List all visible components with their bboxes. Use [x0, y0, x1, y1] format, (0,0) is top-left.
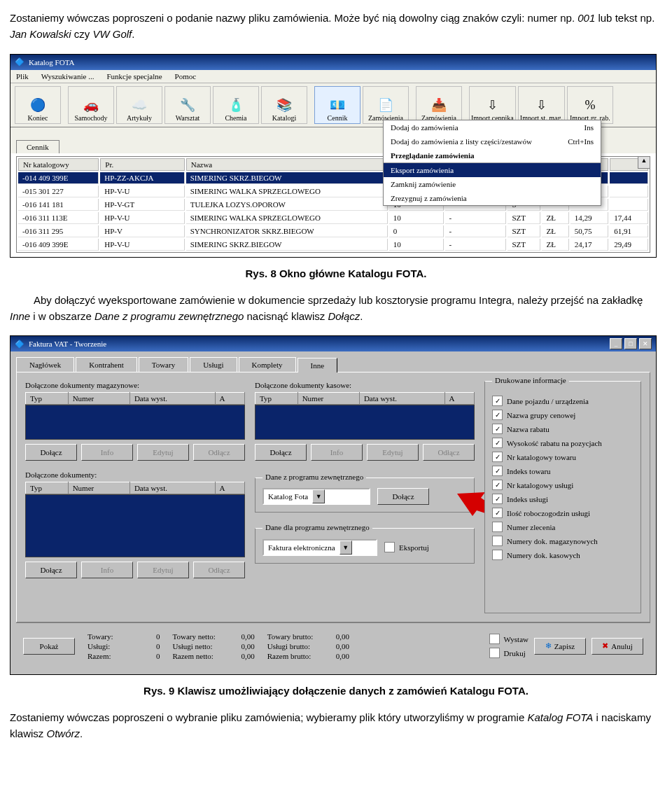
column-header[interactable]: Data wyst.	[130, 393, 215, 405]
dołącz-button[interactable]: Dołącz	[25, 444, 77, 461]
menubar[interactable]: PlikWyszukiwanie ...Funkcje specjalnePom…	[10, 70, 656, 83]
column-header[interactable]: Numer	[68, 482, 130, 494]
odłącz-button: Odłącz	[193, 562, 245, 578]
column-header[interactable]: Pr.	[100, 158, 184, 171]
odłącz-button: Odłącz	[193, 444, 245, 461]
column-header[interactable]: Numer	[68, 393, 130, 405]
toolbar-importstmag[interactable]: ⇩Import st. mag.	[518, 86, 565, 124]
dropdown-item[interactable]: Eksport zamówienia	[384, 163, 601, 177]
chevron-down-icon[interactable]: ▼	[340, 541, 352, 555]
checkbox-nr-katalogowy-us-ugi[interactable]: ✓Nr katalogowy usługi	[492, 480, 634, 490]
tab-usługi[interactable]: Usługi	[190, 357, 237, 372]
scroll-up-icon[interactable]: ▲	[638, 156, 650, 169]
checkbox-numer-zlecenia[interactable]: ✓Numer zlecenia	[492, 522, 634, 532]
column-header[interactable]: A	[444, 393, 474, 405]
maximize-icon[interactable]: □	[624, 338, 637, 349]
toolbar-warsztat[interactable]: 🔧Warsztat	[164, 86, 211, 124]
toolbar-katalogi[interactable]: 📚Katalogi	[261, 86, 307, 124]
checkbox-wysoko---rabatu-na-pozycjach[interactable]: ✓Wysokość rabatu na pozycjach	[492, 438, 634, 448]
menu-item[interactable]: Funkcje specjalne	[106, 72, 162, 81]
column-header[interactable]: Data wyst.	[130, 482, 215, 494]
toolbar-chemia[interactable]: 🧴Chemia	[213, 86, 259, 124]
checkbox-indeks-towaru[interactable]: ✓Indeks towaru	[492, 466, 634, 476]
toolbar-samochody[interactable]: 🚗Samochody	[68, 86, 114, 124]
checkbox-nazwa-grupy-cenowej[interactable]: ✓Nazwa grupy cenowej	[492, 410, 634, 420]
dropdown-item[interactable]: Zamknij zamówienie	[384, 177, 601, 191]
table-dokumenty[interactable]: TypNumerData wyst.A	[25, 482, 245, 494]
edytuj-button: Edytuj	[137, 562, 189, 578]
chevron-down-icon[interactable]: ▼	[312, 489, 325, 503]
groupbox-dane-zewnetrzne: Dane z programu zewnętrznego Katalog Fot…	[255, 478, 475, 513]
combo-program[interactable]: Katalog Fota▼	[262, 488, 370, 505]
paragraph-2: Aby dołączyć wyeksportowane zamówienie w…	[10, 292, 662, 325]
minimize-icon[interactable]: _	[610, 338, 622, 349]
dołącz-button[interactable]: Dołącz	[255, 444, 307, 461]
table-row[interactable]: -016 311 295HP-VSYNCHRONIZATOR SKRZ.BIEG…	[18, 225, 648, 237]
checkbox-indeks-us-ugi[interactable]: ✓Indeks usługi	[492, 494, 634, 504]
tab-inne[interactable]: Inne	[298, 358, 338, 372]
column-header[interactable]: Nazwa	[186, 158, 388, 171]
groupbox-dok-kasowe: Dołączone dokumenty kasowe: TypNumerData…	[255, 381, 475, 461]
toolbar-koniec[interactable]: 🔵Koniec	[15, 86, 61, 124]
toolbar-cennik[interactable]: 💶Cennik	[314, 86, 360, 124]
column-header[interactable]: Numer	[298, 393, 359, 405]
column-header[interactable]: Typ	[255, 393, 298, 405]
toolbar-importgrrab[interactable]: %Import gr. rab.	[567, 86, 613, 124]
checkbox-numery-dok--kasowych[interactable]: ✓Numery dok. kasowych	[492, 550, 634, 560]
info-button: Info	[81, 562, 133, 578]
table-dok-kasowe[interactable]: TypNumerData wyst.A	[255, 392, 475, 405]
tab-towary[interactable]: Towary	[139, 357, 188, 372]
checkbox-ilo---roboczogodzin-us-ugi[interactable]: ✓Ilość roboczogodzin usługi	[492, 508, 634, 518]
toolbar-artykuy[interactable]: ☁️Artykuły	[116, 86, 162, 124]
window-title: Katalog FOTA	[29, 58, 74, 67]
dropdown-item[interactable]: Dodaj do zamówieniaIns	[384, 120, 601, 134]
pokaz-button[interactable]: Pokaż	[23, 638, 75, 655]
checkbox-drukuj[interactable]: ✓Drukuj	[489, 648, 528, 658]
figure-faktura-vat: 🔷 Faktura VAT - Tworzenie _ □ ✕ Nagłówek…	[10, 335, 657, 675]
table-dok-mag[interactable]: TypNumerData wyst.A	[25, 392, 245, 405]
status-value: Razem netto:0,00	[173, 652, 255, 660]
groupbox-dokumenty: Dołączone dokumenty: TypNumerData wyst.A…	[25, 471, 245, 578]
status-value: Towary:0	[88, 632, 160, 641]
column-header[interactable]: A	[215, 482, 244, 494]
zamowienia-dropdown[interactable]: Dodaj do zamówieniaInsDodaj do zamówieni…	[383, 120, 601, 206]
toolbar-icon: 📄	[378, 97, 393, 113]
column-header[interactable]: Typ	[26, 393, 69, 405]
anuluj-button[interactable]: ✖Anuluj	[592, 638, 643, 655]
table-row[interactable]: -016 311 113EHP-V-USIMERING WALKA SPRZEG…	[18, 212, 648, 224]
toolbar-zamwienia[interactable]: 📄Zamówienia	[363, 86, 409, 124]
column-header[interactable]: Nr katalogowy	[18, 158, 99, 171]
checkbox-wystaw[interactable]: ✓Wystaw	[489, 634, 528, 644]
info-button: Info	[81, 444, 133, 461]
table-row[interactable]: -016 409 399EHP-V-USIMERING SKRZ.BIEGOW1…	[18, 239, 648, 251]
toolbar-importcennika[interactable]: ⇩Import cennika	[469, 86, 516, 124]
checkbox-numery-dok--magazynowych[interactable]: ✓Numery dok. magazynowych	[492, 536, 634, 546]
tabs[interactable]: NagłówekKontrahentTowaryUsługiKompletyIn…	[16, 357, 650, 372]
checkbox-eksportuj[interactable]: ✓Eksportuj	[384, 542, 429, 552]
toolbar-icon: ⇩	[536, 97, 547, 113]
tab-komplety[interactable]: Komplety	[239, 357, 296, 372]
dolacz-button[interactable]: Dołącz	[377, 488, 429, 505]
checkbox-nazwa-rabatu[interactable]: ✓Nazwa rabatu	[492, 424, 634, 434]
groupbox-dok-magazynowe: Dołączone dokumenty magazynowe: TypNumer…	[25, 381, 245, 461]
zapisz-button[interactable]: ❄Zapisz	[534, 638, 586, 655]
tab-cennik[interactable]: Cennik	[16, 140, 59, 153]
column-header[interactable]: Data wyst.	[359, 393, 444, 405]
dropdown-item[interactable]: Zrezygnuj z zamówienia	[384, 191, 601, 205]
menu-item[interactable]: Wyszukiwanie ...	[41, 72, 94, 81]
column-header[interactable]: A	[215, 393, 244, 405]
dropdown-item[interactable]: Przeglądanie zamówienia	[384, 148, 601, 162]
checkbox-dane-pojazdu---urz-dzenia[interactable]: ✓Dane pojazdu / urządzenia	[492, 396, 634, 406]
checkbox-nr-katalogowy-towaru[interactable]: ✓Nr katalogowy towaru	[492, 452, 634, 462]
menu-item[interactable]: Plik	[16, 72, 29, 81]
close-icon[interactable]: ✕	[639, 338, 652, 349]
menu-item[interactable]: Pomoc	[175, 72, 197, 81]
combo-eksport[interactable]: Faktura elektroniczna▼	[262, 539, 377, 556]
toolbar-zamwienia[interactable]: 📥Zamówienia	[416, 86, 462, 124]
dropdown-item[interactable]: Dodaj do zamówienia z listy części/zesta…	[384, 134, 601, 148]
tab-kontrahent[interactable]: Kontrahent	[76, 357, 136, 372]
app-icon: 🔷	[15, 57, 24, 67]
dołącz-button[interactable]: Dołącz	[25, 562, 77, 578]
tab-nagłówek[interactable]: Nagłówek	[16, 357, 74, 372]
column-header[interactable]: Typ	[26, 482, 69, 494]
